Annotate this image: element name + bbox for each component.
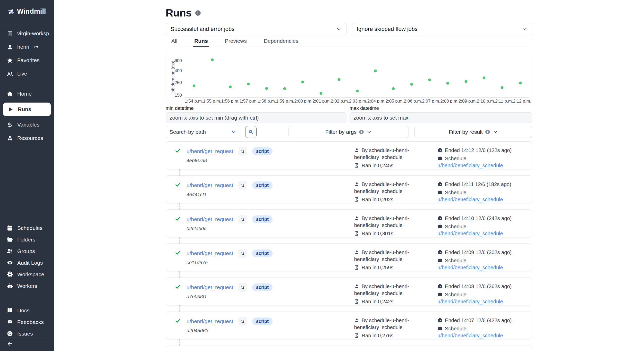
chevron-down-icon	[336, 26, 342, 32]
schedule-link[interactable]: u/henri/beneficiary_schedule	[437, 163, 503, 168]
chart-data-point[interactable]	[283, 87, 286, 90]
sidebar-item-resources[interactable]: Resources	[0, 131, 54, 145]
schedule-link[interactable]: u/henri/beneficiary_schedule	[437, 299, 503, 304]
search-by-path-select[interactable]: Search by path	[166, 126, 240, 138]
chart-data-point[interactable]	[392, 87, 395, 90]
brand[interactable]: Windmill	[0, 0, 54, 23]
sidebar-item-audit-logs[interactable]: Audit Logs	[0, 257, 54, 269]
runs-duration-chart[interactable]: job duration (ms) 600400250150 1:54 p.m.…	[166, 52, 532, 103]
chart-data-point[interactable]	[265, 87, 268, 90]
triggered-by-text: By schedule-u-henri-beneficiary_schedule	[354, 249, 409, 262]
min-datetime-input[interactable]	[166, 112, 346, 123]
chart-data-point[interactable]	[410, 83, 413, 86]
sidebar-item-favorites[interactable]: Favorites	[0, 54, 54, 67]
chart-data-point[interactable]	[374, 70, 377, 72]
chart-x-tick-label: 2:01 p.m.	[312, 99, 331, 104]
tab-previews[interactable]: Previews	[224, 38, 248, 47]
job-kind-badge: script	[252, 249, 273, 257]
sidebar-item-folders[interactable]: Folders	[0, 234, 54, 245]
chart-y-tick-label: 600	[170, 58, 182, 63]
filter-by-result-button[interactable]: Filter by result i	[414, 126, 532, 138]
inspect-run-button[interactable]	[238, 317, 247, 326]
run-path-link[interactable]: u/henri/get_request	[187, 318, 233, 324]
tab-runs[interactable]: Runs	[193, 38, 209, 47]
sidebar-item-user[interactable]: henri	[0, 40, 54, 54]
run-row[interactable]: u/henri/get_request script ce11d97e By s…	[166, 244, 532, 271]
sidebar-item-docs[interactable]: Docs	[0, 305, 54, 316]
schedule-label: Schedule	[445, 156, 466, 161]
job-kind-badge: script	[252, 215, 273, 223]
sidebar-item-label: Runs	[18, 106, 31, 112]
run-path-link[interactable]: u/henri/get_request	[187, 148, 233, 154]
sidebar-item-feedbacks[interactable]: Feedbacks	[0, 316, 54, 328]
search-button[interactable]	[245, 126, 257, 138]
chart-data-point[interactable]	[211, 58, 214, 61]
chart-data-point[interactable]	[356, 90, 359, 93]
run-id: 02cfa3dc	[187, 226, 273, 231]
sidebar-item-label: Home	[17, 91, 32, 97]
user-icon	[354, 318, 359, 323]
run-row[interactable]: u/henri/get_request script a7e038f1 By s…	[166, 278, 532, 305]
inspect-run-button[interactable]	[238, 283, 247, 292]
inspect-run-button[interactable]	[238, 147, 247, 156]
building-icon	[7, 30, 13, 37]
sidebar-item-workers[interactable]: Workers	[0, 280, 54, 292]
calendar-icon	[437, 326, 443, 331]
run-path-link[interactable]: u/henri/get_request	[187, 250, 233, 256]
ended-text: Ended 14:11 12/6 (182s ago)	[445, 181, 511, 187]
run-row[interactable]: u/henri/get_request script By schedule-u…	[166, 346, 532, 351]
filter-by-args-button[interactable]: Filter by args i	[289, 126, 409, 138]
folder-icon	[7, 236, 13, 243]
sidebar-item-schedules[interactable]: Schedules	[0, 222, 54, 234]
sidebar-item-live[interactable]: Live	[0, 67, 54, 80]
sidebar-item-runs[interactable]: Runs	[3, 103, 51, 116]
success-check-icon	[175, 250, 181, 256]
ended-text: Ended 14:09 12/6 (302s ago)	[445, 249, 512, 255]
tab-dependencies[interactable]: Dependencies	[263, 38, 299, 47]
chart-plot-area[interactable]	[185, 52, 529, 98]
job-status-select[interactable]: Successful and error jobs	[166, 23, 346, 35]
tab-all[interactable]: All	[170, 38, 178, 47]
run-row[interactable]: u/henri/get_request script 4ebf67a8 By s…	[166, 141, 532, 169]
inspect-run-button[interactable]	[238, 249, 247, 258]
chart-data-point[interactable]	[301, 80, 304, 83]
chart-data-point[interactable]	[501, 86, 504, 89]
schedule-link[interactable]: u/henri/beneficiary_schedule	[437, 265, 503, 270]
ended-text: Ended 14:10 12/6 (242s ago)	[445, 215, 512, 221]
sidebar-item-variables[interactable]: Variables	[0, 118, 54, 131]
run-path-link[interactable]: u/henri/get_request	[187, 284, 233, 290]
chart-data-point[interactable]	[464, 80, 467, 83]
inspect-run-button[interactable]	[238, 181, 247, 190]
run-row[interactable]: u/henri/get_request script d2048d63 By s…	[166, 312, 532, 339]
chart-data-point[interactable]	[483, 76, 486, 79]
chart-data-point[interactable]	[193, 85, 196, 87]
chart-data-point[interactable]	[319, 92, 322, 95]
chart-x-tick-label: 1:57 p.m.	[240, 99, 258, 104]
sidebar-item-home[interactable]: Home	[0, 87, 54, 101]
skipped-jobs-select[interactable]: Ignore skipped flow jobs	[352, 23, 532, 35]
collapse-sidebar-button[interactable]	[0, 336, 54, 351]
chart-data-point[interactable]	[446, 82, 449, 85]
chart-x-tick-label: 2:07 p.m.	[422, 99, 440, 104]
run-row[interactable]: u/henri/get_request script 02cfa3dc By s…	[166, 210, 532, 237]
hourglass-icon	[354, 299, 359, 304]
max-datetime-input[interactable]	[350, 112, 532, 123]
chart-data-point[interactable]	[519, 81, 522, 84]
run-row[interactable]: u/henri/get_request script 46441cf1 By s…	[166, 176, 532, 203]
chart-data-point[interactable]	[428, 79, 431, 81]
schedule-link[interactable]: u/henri/beneficiary_schedule	[437, 197, 503, 202]
sidebar-item-workspace[interactable]: Workspace	[0, 269, 54, 280]
chart-data-point[interactable]	[338, 78, 341, 81]
chart-data-point[interactable]	[247, 82, 250, 85]
inspect-run-button[interactable]	[238, 215, 247, 224]
sidebar-item-workspace-switcher[interactable]: virgin-worksp...	[0, 27, 54, 40]
run-path-link[interactable]: u/henri/get_request	[187, 182, 233, 188]
sidebar-item-groups[interactable]: Groups	[0, 245, 54, 257]
schedule-link[interactable]: u/henri/beneficiary_schedule	[437, 231, 503, 236]
schedule-link[interactable]: u/henri/beneficiary_schedule	[437, 333, 503, 338]
run-path-link[interactable]: u/henri/get_request	[187, 216, 233, 222]
chart-data-point[interactable]	[229, 86, 232, 88]
arrow-left-icon	[7, 340, 13, 347]
info-icon[interactable]: i	[195, 10, 201, 16]
job-kind-badge: script	[252, 181, 273, 189]
